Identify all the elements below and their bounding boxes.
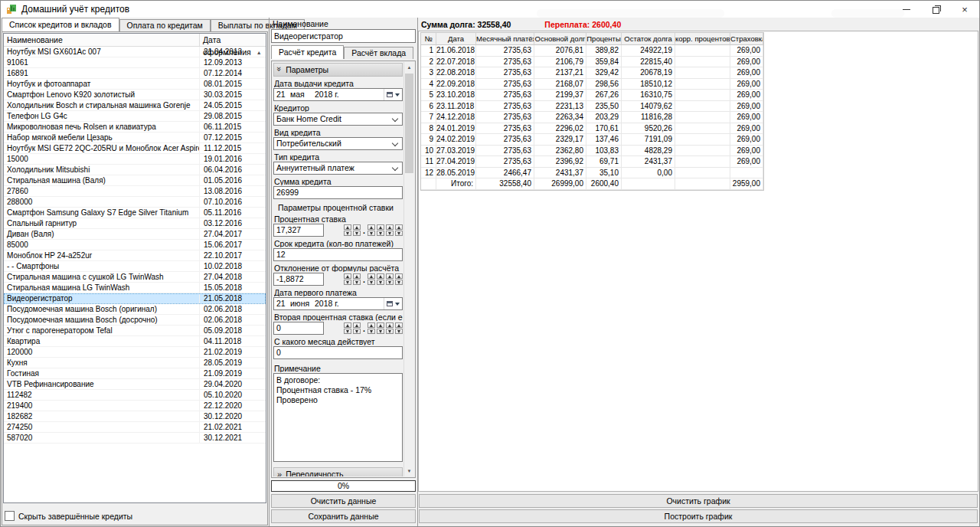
credit-row[interactable]: VTB Рефинансирование29.04.2020 bbox=[4, 379, 266, 390]
spinner-up-button[interactable] bbox=[368, 224, 375, 230]
schedule-row[interactable]: 523.10.20182735,632199,37267,2616310,752… bbox=[421, 90, 763, 101]
schedule-row[interactable]: 1228.05.20192466,472431,3735,100,00 bbox=[421, 168, 763, 179]
spinner-down-button[interactable] bbox=[395, 231, 403, 236]
credit-row[interactable]: Ноутбук MSI GX601Ac 00721.04.2013 bbox=[4, 47, 266, 57]
schedule-row[interactable]: 222.07.20182735,632106,79359,8422815,402… bbox=[421, 57, 763, 68]
spinner-down-button[interactable] bbox=[368, 231, 375, 236]
credit-row[interactable]: Спальный гарнитур03.12.2016 bbox=[4, 218, 266, 229]
credit-row[interactable]: 21940022.12.2020 bbox=[4, 401, 266, 411]
column-header-date[interactable]: Дата оформления ▲ bbox=[200, 34, 266, 46]
spinner-up-button[interactable] bbox=[386, 273, 394, 279]
col-header-principal[interactable]: Основной долг bbox=[534, 33, 586, 45]
scrollbar-thumb[interactable] bbox=[405, 74, 413, 173]
credit-row[interactable]: Смартфон Samsung Galaxy S7 Edge Silver T… bbox=[4, 208, 266, 218]
spinner-up-button[interactable] bbox=[377, 224, 384, 230]
col-header-insurance[interactable]: Страховка bbox=[730, 33, 763, 45]
spinner-down-button[interactable] bbox=[353, 231, 361, 236]
col-header-interest[interactable]: Проценты bbox=[586, 33, 622, 45]
credit-row[interactable]: Телефон LG G4c29.08.2015 bbox=[4, 111, 266, 122]
credit-row[interactable]: - - Смартфоны10.02.2018 bbox=[4, 261, 266, 272]
schedule-row[interactable]: 724.12.20182735,632263,34203,2911816,282… bbox=[421, 112, 763, 123]
col-header-monthly[interactable]: Месячный платёж bbox=[476, 33, 534, 45]
credit-row[interactable]: 1500019.01.2016 bbox=[4, 154, 266, 165]
credit-row[interactable]: Ноутбук MSI GE72 2QC-205RU и Моноблок Ac… bbox=[4, 143, 266, 154]
spinner-up-button[interactable] bbox=[395, 224, 403, 230]
spinner-up-button[interactable] bbox=[344, 224, 351, 230]
tab-deposit-calc[interactable]: Расчёт вклада bbox=[344, 47, 413, 59]
spinner-up-button[interactable] bbox=[368, 322, 375, 328]
credit-row[interactable]: 8500015.06.2017 bbox=[4, 240, 266, 250]
credit-row[interactable]: 28800007.10.2016 bbox=[4, 197, 266, 208]
note-textarea[interactable]: В договоре: Процентная ставка - 17% Пров… bbox=[273, 373, 403, 462]
spinner-up-button[interactable] bbox=[395, 273, 403, 279]
close-button[interactable]: × bbox=[950, 1, 979, 18]
spinner-down-button[interactable] bbox=[386, 231, 394, 236]
amount-input[interactable]: 26999 bbox=[273, 186, 403, 199]
credit-row[interactable]: 1689107.12.2014 bbox=[4, 68, 266, 79]
credit-row[interactable]: 58702030.12.2021 bbox=[4, 433, 266, 444]
credit-row[interactable]: Гостиная21.09.2019 bbox=[4, 368, 266, 379]
creditor-select[interactable]: Банк Home Credit bbox=[273, 113, 403, 126]
clear-chart-button[interactable]: Очистить график bbox=[419, 494, 978, 508]
scroll-up-icon[interactable]: ▲ bbox=[404, 62, 414, 73]
panel-splitter[interactable] bbox=[269, 18, 270, 526]
credit-row[interactable]: Ноутбук и фотоаппарат08.01.2015 bbox=[4, 79, 266, 90]
spinner-up-button[interactable] bbox=[377, 322, 384, 328]
tab-credit-payments[interactable]: Оплата по кредитам bbox=[119, 19, 211, 31]
spinner-down-button[interactable] bbox=[344, 329, 351, 334]
col-header-corr[interactable]: корр. процентов bbox=[675, 33, 730, 45]
schedule-row[interactable]: 824.01.20192735,632296,02170,619520,2626… bbox=[421, 123, 763, 135]
credit-type-select[interactable]: Аннуитетный платеж bbox=[273, 162, 403, 175]
section-parameters-header[interactable]: » Параметры bbox=[273, 63, 403, 77]
credit-row[interactable]: 11248205.10.2020 bbox=[4, 390, 266, 401]
spinner-up-button[interactable] bbox=[344, 273, 351, 279]
spinner-up-button[interactable] bbox=[353, 322, 361, 328]
col-header-balance[interactable]: Остаток долга bbox=[622, 33, 675, 45]
from-month-input[interactable]: 0 bbox=[273, 346, 403, 359]
spinner-down-button[interactable] bbox=[395, 329, 403, 334]
spinner-down-button[interactable] bbox=[344, 231, 351, 236]
second-rate-input[interactable]: 0 bbox=[273, 322, 324, 335]
credit-row[interactable]: Холодильник Mitsubishi06.04.2016 bbox=[4, 165, 266, 175]
spinner-up-button[interactable] bbox=[353, 273, 361, 279]
spinner-up-button[interactable] bbox=[386, 224, 394, 230]
spinner-up-button[interactable] bbox=[344, 322, 351, 328]
rate-input[interactable]: 17,327 bbox=[273, 224, 324, 237]
schedule-row[interactable]: 1027.03.20192735,632362,80103,834828,292… bbox=[421, 146, 763, 157]
deviation-input[interactable]: -1,8872 bbox=[273, 273, 324, 286]
calendar-dropdown-button[interactable] bbox=[384, 298, 400, 309]
schedule-row[interactable]: 121.06.20182735,632076,81389,8224922,192… bbox=[421, 45, 763, 57]
issue-date-picker[interactable]: 21 мая 2018 г. bbox=[273, 88, 403, 101]
credit-kind-select[interactable]: Потребительский bbox=[273, 137, 403, 150]
spinner-down-button[interactable] bbox=[377, 280, 384, 285]
credit-row[interactable]: Холодильник Bosch и стиральная машинка G… bbox=[4, 100, 266, 111]
spinner-down-button[interactable] bbox=[386, 280, 394, 285]
calendar-dropdown-button[interactable] bbox=[384, 89, 400, 100]
tab-credit-calc[interactable]: Расчёт кредита bbox=[271, 45, 344, 59]
credit-row[interactable]: Стиральная машина с сушкой LG TwinWash27… bbox=[4, 272, 266, 283]
spinner-down-button[interactable] bbox=[368, 329, 375, 334]
schedule-row[interactable]: 322.08.20182735,632137,21329,4220678,192… bbox=[421, 67, 763, 79]
scroll-down-icon[interactable]: ▼ bbox=[404, 466, 414, 476]
term-input[interactable]: 12 bbox=[273, 248, 403, 261]
schedule-total-row[interactable]: Итого:32558,4026999,002600,402959,00 bbox=[421, 178, 763, 190]
spinner-down-button[interactable] bbox=[377, 231, 384, 236]
credit-row[interactable]: Моноблок HP 24-a252ur22.10.2017 bbox=[4, 250, 266, 261]
spinner-down-button[interactable] bbox=[368, 280, 375, 285]
credit-row[interactable]: 18268230.12.2020 bbox=[4, 411, 266, 422]
schedule-row[interactable]: 623.11.20182735,632231,13235,5014079,622… bbox=[421, 101, 763, 113]
restore-button[interactable] bbox=[921, 1, 950, 18]
credit-row[interactable]: Утюг с парогенератором Tefal05.09.2018 bbox=[4, 326, 266, 336]
schedule-row[interactable]: 422.09.20182735,632168,07298,5618510,122… bbox=[421, 79, 763, 90]
spinner-down-button[interactable] bbox=[353, 280, 361, 285]
credit-row[interactable]: Посудомоечная машина Bosch (оригинал)02.… bbox=[4, 304, 266, 315]
clear-data-button[interactable]: Очистить данные bbox=[271, 494, 416, 508]
column-header-name[interactable]: Наименование bbox=[4, 34, 200, 46]
credit-row[interactable]: Диван (Валя)27.04.2017 bbox=[4, 229, 266, 240]
spinner-up-button[interactable] bbox=[395, 322, 403, 328]
spinner-up-button[interactable] bbox=[386, 322, 394, 328]
section-periodicity[interactable]: » Переодичность bbox=[273, 467, 403, 476]
spinner-up-button[interactable] bbox=[377, 273, 384, 279]
spinner-down-button[interactable] bbox=[395, 280, 403, 285]
save-data-button[interactable]: Сохранить данные bbox=[271, 509, 416, 523]
